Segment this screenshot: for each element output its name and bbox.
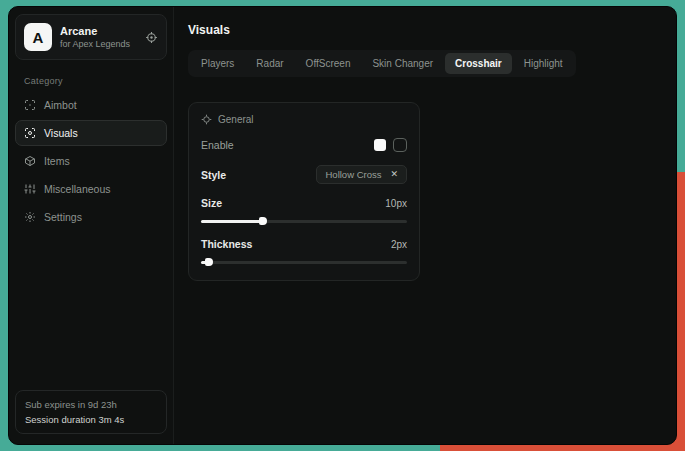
panel-header: General [201,114,407,125]
app-subtitle: for Apex Legends [60,38,137,50]
sidebar-item-settings[interactable]: Settings [15,204,167,230]
page-title: Visuals [188,23,662,37]
box-icon [24,155,36,167]
tab-radar[interactable]: Radar [246,53,293,74]
sidebar-item-label: Settings [44,211,82,223]
category-label: Category [24,76,167,86]
tab-bar: Players Radar OffScreen Skin Changer Cro… [188,50,576,77]
tab-skin-changer[interactable]: Skin Changer [362,53,443,74]
thickness-row: Thickness 2px [201,238,407,250]
target-icon[interactable] [145,31,158,44]
app-name: Arcane [60,25,137,38]
color-swatch[interactable] [374,139,386,151]
sidebar-item-visuals[interactable]: Visuals [15,120,167,146]
session-duration-text: Session duration 3m 4s [25,414,157,425]
style-select[interactable]: Hollow Cross ✕ [316,165,407,184]
sidebar-item-miscellaneous[interactable]: Miscellaneous [15,176,167,202]
thickness-label: Thickness [201,238,252,250]
sliders-icon [24,183,36,195]
thickness-slider-thumb[interactable] [205,258,213,266]
main-content: Visuals Players Radar OffScreen Skin Cha… [174,7,676,444]
tab-offscreen[interactable]: OffScreen [296,53,361,74]
remove-style-icon[interactable]: ✕ [390,170,398,179]
sidebar-item-aimbot[interactable]: Aimbot [15,92,167,118]
crosshair-icon [24,99,36,111]
gear-icon [24,211,36,223]
slider-fill [201,220,263,223]
tab-crosshair[interactable]: Crosshair [445,53,512,74]
sub-expires-text: Sub expires in 9d 23h [25,399,157,410]
general-crosshair-icon [201,114,212,125]
sidebar-item-label: Visuals [44,127,78,139]
sidebar-item-label: Aimbot [44,99,77,111]
style-label: Style [201,169,226,181]
enable-checkbox[interactable] [393,138,407,152]
subscription-info-card: Sub expires in 9d 23h Session duration 3… [15,390,167,434]
app-logo: A [24,23,52,51]
panel-title: General [218,114,254,125]
sidebar-nav: Aimbot Visuals Items [15,92,167,230]
sidebar-item-label: Miscellaneous [44,183,111,195]
general-panel: General Enable Style Hollow Cross ✕ [188,102,420,281]
tab-highlight[interactable]: Highlight [514,53,573,74]
sidebar-item-label: Items [44,155,70,167]
sidebar: A Arcane for Apex Legends Category [9,7,174,444]
size-value: 10px [385,198,407,209]
sidebar-item-items[interactable]: Items [15,148,167,174]
eye-icon [24,127,36,139]
size-slider-thumb[interactable] [259,217,267,225]
thickness-value: 2px [391,239,407,250]
style-row: Style Hollow Cross ✕ [201,165,407,184]
slider-track [201,261,407,264]
app-header-card: A Arcane for Apex Legends [15,14,167,60]
enable-row: Enable [201,138,407,152]
size-slider[interactable] [201,217,407,225]
size-label: Size [201,197,222,209]
size-row: Size 10px [201,197,407,209]
tab-players[interactable]: Players [191,53,244,74]
style-value: Hollow Cross [325,169,381,180]
app-titles: Arcane for Apex Legends [60,25,137,50]
app-window: A Arcane for Apex Legends Category [8,6,677,445]
thickness-slider[interactable] [201,258,407,266]
enable-label: Enable [201,139,234,151]
